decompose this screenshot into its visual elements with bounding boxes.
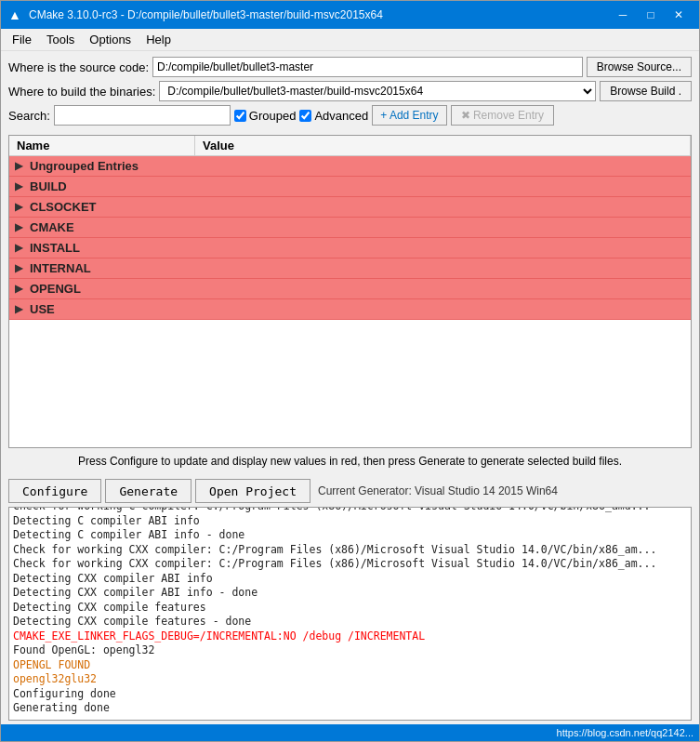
advanced-checkbox-label[interactable]: Advanced — [299, 109, 368, 123]
console-line: Detecting CXX compile features — [13, 601, 687, 616]
console-output[interactable]: Selecting Windows SDK version 10.0.18362… — [8, 507, 692, 721]
window-controls: ─ □ ✕ — [610, 5, 692, 25]
tree-toggle-icon: ▶ — [9, 160, 28, 172]
search-input[interactable] — [54, 105, 231, 126]
action-buttons: Configure Generate Open Project Current … — [1, 475, 699, 507]
open-project-button[interactable]: Open Project — [195, 479, 310, 503]
entries-table: Name Value ▶ Ungrouped Entries ▶ BUILD ▶… — [8, 135, 692, 448]
maximize-button[interactable]: □ — [638, 5, 664, 25]
menu-help[interactable]: Help — [139, 31, 178, 48]
advanced-checkbox[interactable] — [299, 110, 311, 122]
tree-toggle-icon: ▶ — [9, 262, 28, 274]
source-row: Where is the source code: Browse Source.… — [8, 57, 692, 77]
console-line: Detecting CXX compiler ABI info — [13, 572, 687, 587]
row-name: CMAKE — [28, 220, 195, 234]
table-row[interactable]: ▶ CMAKE — [9, 218, 691, 238]
tree-toggle-icon: ▶ — [9, 242, 28, 254]
menu-bar: File Tools Options Help — [1, 29, 699, 51]
status-bar-text: https://blog.csdn.net/qq2142... — [557, 727, 693, 738]
configure-button[interactable]: Configure — [8, 479, 101, 503]
toolbar-row: Search: Grouped Advanced + Add Entry ✖ R… — [8, 105, 692, 126]
row-name: OPENGL — [28, 282, 195, 296]
browse-source-button[interactable]: Browse Source... — [587, 57, 692, 77]
tree-toggle-icon: ▶ — [9, 201, 28, 213]
generate-button[interactable]: Generate — [105, 479, 192, 503]
close-button[interactable]: ✕ — [666, 5, 692, 25]
table-row[interactable]: ▶ INSTALL — [9, 238, 691, 258]
menu-file[interactable]: File — [5, 31, 39, 48]
table-row[interactable]: ▶ INTERNAL — [9, 258, 691, 279]
col-value-header: Value — [195, 136, 691, 155]
table-header: Name Value — [9, 136, 691, 156]
table-row[interactable]: ▶ Ungrouped Entries — [9, 156, 691, 177]
menu-tools[interactable]: Tools — [39, 31, 82, 48]
row-name: INTERNAL — [28, 261, 195, 275]
form-area: Where is the source code: Browse Source.… — [1, 51, 699, 135]
window-title: CMake 3.10.0-rc3 - D:/compile/bullet/bul… — [29, 8, 610, 21]
console-line: Found OpenGL: opengl32 — [13, 643, 687, 658]
binaries-select[interactable]: D:/compile/bullet/bullet3-master/build-m… — [159, 81, 596, 101]
tree-toggle-icon: ▶ — [9, 221, 28, 233]
console-line: Configuring done — [13, 687, 687, 702]
status-text: Press Configure to update and display ne… — [1, 448, 699, 475]
source-input[interactable] — [152, 57, 583, 77]
table-row[interactable]: ▶ CLSOCKET — [9, 197, 691, 218]
console-line: Check for working CXX compiler: C:/Progr… — [13, 543, 687, 558]
grouped-checkbox-label[interactable]: Grouped — [234, 109, 297, 123]
row-name: BUILD — [28, 179, 195, 193]
status-bar: https://blog.csdn.net/qq2142... — [1, 724, 699, 741]
current-generator-text: Current Generator: Visual Studio 14 2015… — [314, 484, 561, 497]
console-line: Detecting CXX compile features - done — [13, 615, 687, 629]
binaries-label: Where to build the binaries: — [8, 85, 155, 99]
table-row[interactable]: ▶ BUILD — [9, 177, 691, 197]
table-row[interactable]: ▶ OPENGL — [9, 279, 691, 299]
row-name: CLSOCKET — [28, 200, 195, 214]
menu-options[interactable]: Options — [82, 31, 139, 48]
row-name: INSTALL — [28, 241, 195, 255]
grouped-checkbox[interactable] — [234, 110, 246, 122]
tree-toggle-icon: ▶ — [9, 180, 28, 192]
search-label: Search: — [8, 109, 50, 123]
main-window: ▲ CMake 3.10.0-rc3 - D:/compile/bullet/b… — [0, 0, 700, 742]
tree-toggle-icon: ▶ — [9, 303, 28, 315]
console-line: Generating done — [13, 701, 687, 716]
add-entry-button[interactable]: + Add Entry — [372, 105, 446, 126]
title-bar: ▲ CMake 3.10.0-rc3 - D:/compile/bullet/b… — [1, 1, 699, 29]
minimize-button[interactable]: ─ — [610, 5, 636, 25]
row-name: USE — [28, 302, 195, 316]
console-line: Detecting C compiler ABI info - done — [13, 528, 687, 543]
remove-entry-button[interactable]: ✖ Remove Entry — [451, 105, 554, 126]
source-label: Where is the source code: — [8, 60, 149, 74]
tree-toggle-icon: ▶ — [9, 283, 28, 295]
binaries-row: Where to build the binaries: D:/compile/… — [8, 81, 692, 101]
console-line: OPENGL FOUND — [13, 658, 687, 673]
console-line: Detecting CXX compiler ABI info - done — [13, 586, 687, 601]
console-line: opengl32glu32 — [13, 672, 687, 687]
console-line: Check for working CXX compiler: C:/Progr… — [13, 557, 687, 572]
browse-build-button[interactable]: Browse Build . — [600, 81, 692, 101]
app-icon: ▲ — [8, 7, 23, 22]
col-name-header: Name — [9, 136, 195, 155]
console-line: Check for working C compiler: C:/Program… — [13, 507, 687, 514]
table-body: ▶ Ungrouped Entries ▶ BUILD ▶ CLSOCKET ▶… — [9, 156, 691, 447]
row-name: Ungrouped Entries — [28, 159, 195, 173]
table-row[interactable]: ▶ USE — [9, 299, 691, 320]
console-line: CMAKE_EXE_LINKER_FLAGS_DEBUG=/INCREMENTA… — [13, 629, 687, 644]
console-line: Detecting C compiler ABI info — [13, 514, 687, 529]
